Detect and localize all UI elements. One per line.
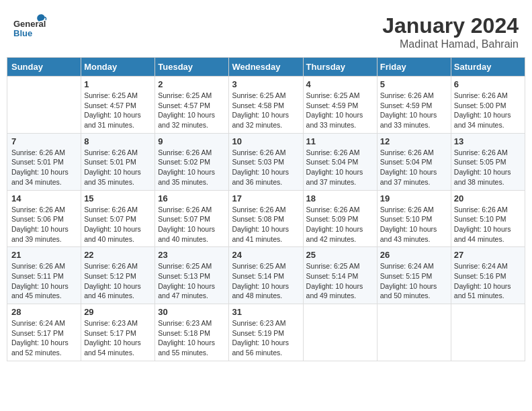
day-info: Sunrise: 6:25 AM Sunset: 4:59 PM Dayligh… <box>306 91 374 130</box>
day-info: Sunrise: 6:26 AM Sunset: 5:06 PM Dayligh… <box>11 205 78 244</box>
calendar-cell: 12Sunrise: 6:26 AM Sunset: 5:04 PM Dayli… <box>377 133 451 190</box>
column-header-saturday: Saturday <box>451 58 525 77</box>
location-subtitle: Madinat Hamad, Bahrain <box>382 38 519 50</box>
day-info: Sunrise: 6:24 AM Sunset: 5:17 PM Dayligh… <box>11 318 78 358</box>
day-info: Sunrise: 6:26 AM Sunset: 4:59 PM Dayligh… <box>380 91 448 130</box>
day-info: Sunrise: 6:25 AM Sunset: 4:57 PM Dayligh… <box>158 91 226 130</box>
day-info: Sunrise: 6:26 AM Sunset: 5:10 PM Dayligh… <box>454 205 522 244</box>
calendar-body: 1Sunrise: 6:25 AM Sunset: 4:57 PM Daylig… <box>7 77 525 361</box>
calendar-cell: 11Sunrise: 6:26 AM Sunset: 5:04 PM Dayli… <box>303 133 377 190</box>
calendar-cell: 22Sunrise: 6:26 AM Sunset: 5:12 PM Dayli… <box>81 247 155 304</box>
day-number: 23 <box>158 250 226 260</box>
svg-text:Blue: Blue <box>13 28 32 38</box>
day-info: Sunrise: 6:25 AM Sunset: 5:14 PM Dayligh… <box>232 261 300 301</box>
day-info: Sunrise: 6:26 AM Sunset: 5:08 PM Dayligh… <box>232 205 300 244</box>
day-number: 11 <box>306 136 374 146</box>
day-number: 3 <box>232 79 300 89</box>
month-year-title: January 2024 <box>382 13 519 38</box>
calendar-cell: 13Sunrise: 6:26 AM Sunset: 5:05 PM Dayli… <box>451 133 525 190</box>
calendar-cell: 9Sunrise: 6:26 AM Sunset: 5:02 PM Daylig… <box>155 133 229 190</box>
day-info: Sunrise: 6:26 AM Sunset: 5:09 PM Dayligh… <box>306 205 374 244</box>
day-number: 20 <box>454 193 522 203</box>
day-info: Sunrise: 6:25 AM Sunset: 4:58 PM Dayligh… <box>232 91 300 130</box>
calendar-week-5: 28Sunrise: 6:24 AM Sunset: 5:17 PM Dayli… <box>7 304 525 361</box>
calendar-cell: 28Sunrise: 6:24 AM Sunset: 5:17 PM Dayli… <box>7 304 81 361</box>
day-info: Sunrise: 6:26 AM Sunset: 5:07 PM Dayligh… <box>158 205 226 244</box>
calendar-cell: 30Sunrise: 6:23 AM Sunset: 5:18 PM Dayli… <box>155 304 229 361</box>
calendar-cell <box>451 304 525 361</box>
calendar-cell: 3Sunrise: 6:25 AM Sunset: 4:58 PM Daylig… <box>229 77 303 134</box>
calendar-cell: 17Sunrise: 6:26 AM Sunset: 5:08 PM Dayli… <box>229 190 303 247</box>
calendar-cell: 14Sunrise: 6:26 AM Sunset: 5:06 PM Dayli… <box>7 190 81 247</box>
calendar-cell: 1Sunrise: 6:25 AM Sunset: 4:57 PM Daylig… <box>81 77 155 134</box>
day-number: 9 <box>158 136 226 146</box>
column-header-wednesday: Wednesday <box>229 58 303 77</box>
column-header-thursday: Thursday <box>303 58 377 77</box>
day-number: 8 <box>84 136 152 146</box>
day-info: Sunrise: 6:23 AM Sunset: 5:18 PM Dayligh… <box>158 318 226 358</box>
calendar-week-1: 1Sunrise: 6:25 AM Sunset: 4:57 PM Daylig… <box>7 77 525 134</box>
day-number: 26 <box>380 250 448 260</box>
day-info: Sunrise: 6:23 AM Sunset: 5:17 PM Dayligh… <box>84 318 152 358</box>
day-info: Sunrise: 6:24 AM Sunset: 5:15 PM Dayligh… <box>380 261 448 301</box>
calendar-week-4: 21Sunrise: 6:26 AM Sunset: 5:11 PM Dayli… <box>7 247 525 304</box>
day-info: Sunrise: 6:25 AM Sunset: 5:13 PM Dayligh… <box>158 261 226 301</box>
calendar-cell: 23Sunrise: 6:25 AM Sunset: 5:13 PM Dayli… <box>155 247 229 304</box>
calendar-cell: 25Sunrise: 6:25 AM Sunset: 5:14 PM Dayli… <box>303 247 377 304</box>
calendar-cell: 7Sunrise: 6:26 AM Sunset: 5:01 PM Daylig… <box>7 133 81 190</box>
column-header-friday: Friday <box>377 58 451 77</box>
day-number: 17 <box>232 193 300 203</box>
page-header: General Blue January 2024 Madinat Hamad,… <box>7 7 525 54</box>
day-number: 25 <box>306 250 374 260</box>
day-number: 4 <box>306 79 374 89</box>
calendar-cell: 27Sunrise: 6:24 AM Sunset: 5:16 PM Dayli… <box>451 247 525 304</box>
day-info: Sunrise: 6:26 AM Sunset: 5:04 PM Dayligh… <box>380 148 448 187</box>
calendar-header-row: SundayMondayTuesdayWednesdayThursdayFrid… <box>7 58 525 77</box>
calendar-cell: 31Sunrise: 6:23 AM Sunset: 5:19 PM Dayli… <box>229 304 303 361</box>
calendar-cell: 8Sunrise: 6:26 AM Sunset: 5:01 PM Daylig… <box>81 133 155 190</box>
calendar-cell <box>377 304 451 361</box>
calendar-cell: 5Sunrise: 6:26 AM Sunset: 4:59 PM Daylig… <box>377 77 451 134</box>
day-number: 18 <box>306 193 374 203</box>
calendar-cell: 4Sunrise: 6:25 AM Sunset: 4:59 PM Daylig… <box>303 77 377 134</box>
day-number: 15 <box>84 193 152 203</box>
calendar-cell <box>7 77 81 134</box>
day-number: 14 <box>11 193 78 203</box>
calendar-cell: 6Sunrise: 6:26 AM Sunset: 5:00 PM Daylig… <box>451 77 525 134</box>
day-number: 2 <box>158 79 226 89</box>
day-number: 31 <box>232 307 300 317</box>
calendar-week-2: 7Sunrise: 6:26 AM Sunset: 5:01 PM Daylig… <box>7 133 525 190</box>
day-info: Sunrise: 6:26 AM Sunset: 5:12 PM Dayligh… <box>84 261 152 301</box>
column-header-sunday: Sunday <box>7 58 81 77</box>
day-info: Sunrise: 6:25 AM Sunset: 5:14 PM Dayligh… <box>306 261 374 301</box>
day-number: 16 <box>158 193 226 203</box>
day-number: 22 <box>84 250 152 260</box>
day-info: Sunrise: 6:26 AM Sunset: 5:01 PM Dayligh… <box>84 148 152 187</box>
day-number: 27 <box>454 250 522 260</box>
day-number: 6 <box>454 79 522 89</box>
day-info: Sunrise: 6:26 AM Sunset: 5:00 PM Dayligh… <box>454 91 522 130</box>
column-header-tuesday: Tuesday <box>155 58 229 77</box>
calendar-cell <box>303 304 377 361</box>
day-number: 21 <box>11 250 78 260</box>
column-header-monday: Monday <box>81 58 155 77</box>
calendar-cell: 10Sunrise: 6:26 AM Sunset: 5:03 PM Dayli… <box>229 133 303 190</box>
calendar-cell: 2Sunrise: 6:25 AM Sunset: 4:57 PM Daylig… <box>155 77 229 134</box>
day-number: 19 <box>380 193 448 203</box>
calendar-cell: 26Sunrise: 6:24 AM Sunset: 5:15 PM Dayli… <box>377 247 451 304</box>
day-info: Sunrise: 6:26 AM Sunset: 5:03 PM Dayligh… <box>232 148 300 187</box>
day-info: Sunrise: 6:25 AM Sunset: 4:57 PM Dayligh… <box>84 91 152 130</box>
calendar-week-3: 14Sunrise: 6:26 AM Sunset: 5:06 PM Dayli… <box>7 190 525 247</box>
day-number: 29 <box>84 307 152 317</box>
day-number: 5 <box>380 79 448 89</box>
day-info: Sunrise: 6:24 AM Sunset: 5:16 PM Dayligh… <box>454 261 522 301</box>
calendar-cell: 18Sunrise: 6:26 AM Sunset: 5:09 PM Dayli… <box>303 190 377 247</box>
calendar-cell: 20Sunrise: 6:26 AM Sunset: 5:10 PM Dayli… <box>451 190 525 247</box>
day-number: 24 <box>232 250 300 260</box>
day-number: 7 <box>11 136 78 146</box>
day-number: 1 <box>84 79 152 89</box>
day-info: Sunrise: 6:26 AM Sunset: 5:07 PM Dayligh… <box>84 205 152 244</box>
calendar-cell: 15Sunrise: 6:26 AM Sunset: 5:07 PM Dayli… <box>81 190 155 247</box>
day-info: Sunrise: 6:26 AM Sunset: 5:02 PM Dayligh… <box>158 148 226 187</box>
day-number: 10 <box>232 136 300 146</box>
